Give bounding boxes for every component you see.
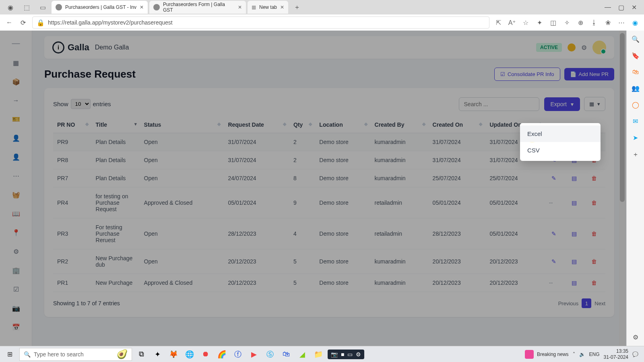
col-createdon[interactable]: Created On◆ (429, 117, 486, 133)
shopping-icon[interactable]: 🛍 (632, 68, 639, 76)
xbox-bar[interactable]: 📷 ■ ▭ ⚙ (328, 350, 364, 359)
delete-icon[interactable]: 🗑 (589, 230, 599, 237)
collections2-icon[interactable]: ⊕ (576, 19, 584, 27)
col-status[interactable]: Status◆ (140, 117, 224, 133)
send-icon[interactable]: ➤ (633, 134, 638, 142)
scroll-thumb[interactable] (620, 33, 625, 202)
add-pr-button[interactable]: 📄 Add New PR (564, 68, 614, 80)
sidebar-settings-icon[interactable]: ⚙ (633, 333, 638, 341)
app-icon[interactable]: ◢ (295, 348, 309, 361)
ticket-icon[interactable]: 🎫 (12, 115, 20, 123)
new-tab-button[interactable]: ＋ (292, 2, 302, 12)
gear-icon[interactable]: ⚙ (581, 44, 587, 51)
downloads-icon[interactable]: ⭳ (590, 19, 598, 26)
back-button[interactable]: ← (5, 19, 14, 26)
news-widget[interactable]: Breaking news (525, 350, 569, 359)
search-icon[interactable]: 🔍 (632, 35, 640, 43)
close-icon[interactable]: ✕ (280, 4, 284, 10)
basket-icon[interactable]: 🧺 (12, 191, 20, 199)
collections-icon[interactable]: ✧ (563, 19, 571, 27)
youtube-icon[interactable]: ▶ (247, 348, 261, 361)
page-number[interactable]: 1 (582, 298, 591, 308)
arrow-icon[interactable]: → (13, 97, 19, 104)
people-icon[interactable]: 👥 (632, 84, 640, 92)
col-title[interactable]: Title▾ (92, 117, 140, 133)
col-prno[interactable]: PR NO◆ (53, 117, 92, 133)
sound-icon[interactable]: 🔉 (579, 352, 585, 357)
plus-icon[interactable]: ＋ (632, 150, 639, 159)
calendar-icon[interactable]: 📅 (12, 323, 20, 331)
settings-icon[interactable]: ⚙ (13, 248, 19, 255)
tab-actions-icon[interactable]: ▭ (38, 2, 47, 12)
search-input[interactable] (459, 97, 539, 111)
export-excel-option[interactable]: Excel (520, 125, 601, 142)
location-icon[interactable]: 📍 (12, 229, 20, 237)
explorer-icon[interactable]: 📁 (312, 348, 325, 361)
read-aloud-icon[interactable]: A⁺ (508, 19, 516, 27)
facebook-icon[interactable]: ⓕ (231, 348, 245, 361)
view-icon[interactable]: ▤ (569, 175, 579, 181)
view-icon[interactable]: ▤ (569, 280, 579, 286)
book-icon[interactable]: 📖 (12, 210, 20, 218)
user2-icon[interactable]: 👤 (12, 153, 20, 161)
check-icon[interactable]: ☑ (13, 286, 19, 293)
tab-1[interactable]: Purchaseorders | Galla GST - Inv ✕ (52, 1, 148, 14)
coin-icon[interactable] (568, 43, 576, 51)
edit-icon[interactable]: ✎ (549, 175, 559, 181)
edit-icon[interactable]: ✎ (549, 230, 559, 237)
extensions-icon[interactable]: ✦ (535, 19, 543, 27)
copilot-icon[interactable]: ◉ (631, 19, 639, 27)
maximize-button[interactable]: ▢ (618, 4, 624, 11)
open-external-icon[interactable]: ⇱ (494, 19, 502, 27)
delete-icon[interactable]: 🗑 (589, 175, 599, 181)
entries-select[interactable]: 10 (71, 99, 91, 109)
camera-icon[interactable]: 📷 (12, 304, 20, 312)
address-bar[interactable]: 🔒 https://retail.galla.app/mystorev2/pur… (32, 16, 489, 29)
clock[interactable]: 13:35 31-07-2024 (604, 348, 628, 360)
office-icon[interactable]: ◯ (632, 101, 639, 109)
close-icon[interactable]: ✕ (238, 4, 242, 10)
extension2-icon[interactable]: ❀ (604, 19, 612, 27)
close-window-button[interactable]: ✕ (632, 4, 637, 11)
task-view-icon[interactable]: ⧉ (134, 348, 148, 361)
edge-icon[interactable]: 🌐 (183, 348, 196, 361)
col-reqdate[interactable]: Request Date◆ (224, 117, 289, 133)
minimize-button[interactable]: — (605, 4, 611, 11)
col-qty[interactable]: Qty◆ (289, 117, 315, 133)
menu-icon[interactable]: ⋯ (617, 19, 625, 27)
export-button[interactable]: Export ▾ (544, 97, 580, 111)
chrome-icon[interactable]: 🌈 (215, 348, 229, 361)
avatar[interactable] (592, 41, 606, 54)
scrollbar[interactable] (619, 31, 625, 346)
delete-icon[interactable]: 🗑 (589, 280, 599, 286)
tray-chevron-icon[interactable]: ˄ (573, 352, 575, 357)
col-location[interactable]: Location◆ (315, 117, 370, 133)
dashboard-icon[interactable]: ▦ (13, 59, 19, 67)
edit-icon[interactable]: ✎ (549, 258, 559, 265)
favorite-icon[interactable]: ☆ (522, 19, 530, 27)
close-icon[interactable]: ✕ (140, 4, 144, 10)
view-icon[interactable]: ▤ (569, 200, 579, 206)
skype-icon[interactable]: Ⓢ (263, 348, 277, 361)
tab-2[interactable]: Purchaseorders Form | Galla GST ✕ (149, 1, 246, 14)
user-icon[interactable]: 👤 (12, 134, 20, 142)
taskbar-search[interactable]: 🔍 Type here to search 🥑 (19, 348, 132, 361)
notifications-icon[interactable]: 💬 (632, 352, 638, 357)
view-icon[interactable]: ▤ (569, 230, 579, 237)
more-icon[interactable]: ⋯ (13, 172, 19, 180)
view-icon[interactable]: ▤ (569, 258, 579, 265)
col-createdby[interactable]: Created By◆ (371, 117, 429, 133)
building-icon[interactable]: 🏢 (12, 267, 20, 274)
tab-3[interactable]: ▦ New tab ✕ (248, 1, 288, 14)
profile-icon[interactable]: ◉ (6, 2, 15, 12)
consolidate-button[interactable]: ☑ Consolidate PR Info (494, 68, 560, 81)
record-icon[interactable]: ⏺ (199, 348, 213, 361)
prev-button[interactable]: Previous (558, 300, 579, 306)
lang-indicator[interactable]: ENG (589, 352, 600, 357)
next-button[interactable]: Next (594, 300, 605, 306)
workspaces-icon[interactable]: ⬚ (22, 2, 31, 12)
collapse-icon[interactable]: — (12, 39, 20, 48)
delete-icon[interactable]: 🗑 (589, 258, 599, 265)
store-icon[interactable]: 🛍 (279, 348, 293, 361)
package-icon[interactable]: 📦 (12, 78, 20, 86)
